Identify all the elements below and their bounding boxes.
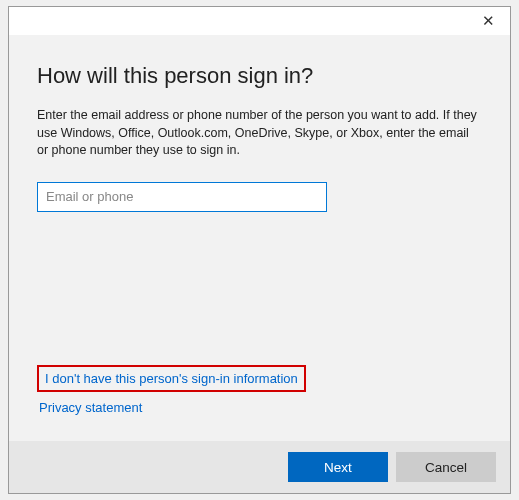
dialog-heading: How will this person sign in? [37,63,482,89]
dialog-content: How will this person sign in? Enter the … [9,35,510,212]
account-signin-dialog: ✕ How will this person sign in? Enter th… [8,6,511,494]
no-signin-info-highlight: I don't have this person's sign-in infor… [37,365,306,392]
links-section: I don't have this person's sign-in infor… [37,365,306,415]
close-icon: ✕ [482,12,495,30]
cancel-button[interactable]: Cancel [396,452,496,482]
close-button[interactable]: ✕ [478,11,498,31]
titlebar: ✕ [9,7,510,35]
dialog-footer: Next Cancel [9,441,510,493]
email-phone-field-wrap [37,182,327,212]
privacy-statement-link[interactable]: Privacy statement [37,398,306,415]
no-signin-info-link[interactable]: I don't have this person's sign-in infor… [45,371,298,386]
dialog-subtext: Enter the email address or phone number … [37,107,477,160]
next-button[interactable]: Next [288,452,388,482]
email-phone-input[interactable] [37,182,327,212]
